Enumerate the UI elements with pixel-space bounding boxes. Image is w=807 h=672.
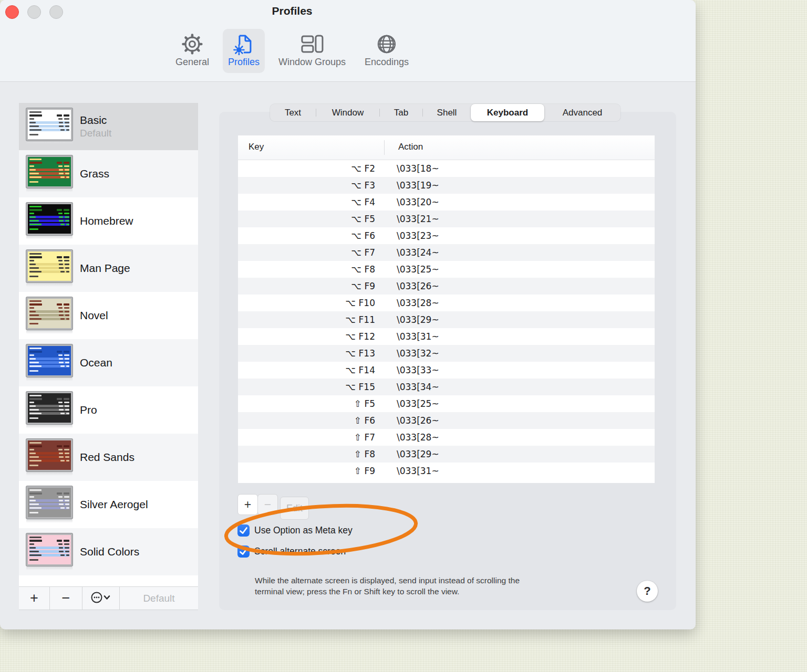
toolbar-item-encodings[interactable]: Encodings — [359, 29, 414, 73]
key-mapping-row[interactable]: ⌥ F9 \033[26~ — [238, 278, 655, 295]
key-mapping-row[interactable]: ⌥ F4 \033[20~ — [238, 194, 655, 211]
profile-item-solid-colors[interactable]: Solid Colors — [19, 528, 198, 575]
option-as-meta-label: Use Option as Meta key — [254, 525, 353, 536]
key-cell: ⇧ F9 — [238, 466, 384, 476]
remove-profile-button[interactable]: − — [50, 587, 82, 610]
profile-item-novel[interactable]: Novel — [19, 292, 198, 339]
key-mapping-row[interactable]: ⌥ F6 \033[23~ — [238, 227, 655, 244]
key-mapping-row[interactable]: ⌥ F2 \033[18~ — [238, 160, 655, 177]
profile-name: Grass — [80, 167, 109, 180]
action-cell: \033[25~ — [384, 264, 439, 275]
profile-item-silver-aerogel[interactable]: Silver Aerogel — [19, 481, 198, 528]
remove-key-button[interactable]: − — [257, 494, 278, 515]
toolbar-item-window-groups[interactable]: Window Groups — [273, 29, 351, 73]
tab-keyboard[interactable]: Keyboard — [471, 104, 544, 121]
key-mapping-row[interactable]: ⌥ F12 \033[31~ — [238, 328, 655, 345]
profile-item-red-sands[interactable]: Red Sands — [19, 434, 198, 481]
profile-thumbnail — [26, 392, 73, 428]
help-button[interactable]: ? — [637, 581, 658, 602]
toolbar-item-label: Encodings — [365, 57, 409, 68]
key-mapping-row[interactable]: ⇧ F7 \033[28~ — [238, 429, 655, 446]
toolbar-item-label: General — [175, 57, 209, 68]
action-cell: \033[32~ — [384, 348, 439, 359]
key-mapping-row[interactable]: ⇧ F9 \033[31~ — [238, 463, 655, 479]
add-profile-button[interactable]: + — [19, 587, 50, 610]
action-cell: \033[25~ — [384, 398, 439, 409]
toolbar-item-profiles[interactable]: Profiles — [223, 29, 265, 73]
table-action-bar: + − Edit — [237, 494, 309, 520]
globe-icon — [376, 32, 397, 56]
option-as-meta-checkbox-row[interactable]: Use Option as Meta key — [237, 524, 353, 537]
edit-key-button[interactable]: Edit — [280, 497, 309, 520]
key-mapping-row[interactable]: ⌥ F5 \033[21~ — [238, 211, 655, 227]
action-cell: \033[20~ — [384, 197, 439, 207]
key-mapping-row[interactable]: ⌥ F13 \033[32~ — [238, 345, 655, 362]
desktop-background: Profiles General Profiles Window Groups — [0, 0, 807, 672]
profile-thumbnail — [26, 108, 73, 145]
profile-item-homebrew[interactable]: Homebrew — [19, 197, 198, 245]
key-mapping-row[interactable]: ⇧ F8 \033[29~ — [238, 446, 655, 463]
profile-item-basic[interactable]: Basic Default — [19, 103, 198, 150]
scroll-alternate-hint: While the alternate screen is displayed,… — [255, 575, 617, 597]
action-cell: \033[31~ — [384, 466, 439, 476]
action-cell: \033[29~ — [384, 449, 439, 459]
column-header-key: Key — [249, 142, 264, 152]
scroll-alternate-checkbox-row[interactable]: Scroll alternate screen — [237, 545, 346, 558]
key-cell: ⇧ F8 — [238, 449, 384, 459]
tab-text[interactable]: Text — [270, 104, 316, 121]
key-mapping-row[interactable]: ⇧ F6 \033[26~ — [238, 412, 655, 429]
profile-thumbnail — [26, 344, 73, 381]
key-mapping-row[interactable]: ⌥ F8 \033[25~ — [238, 261, 655, 278]
key-cell: ⌥ F3 — [238, 180, 384, 191]
default-button[interactable]: Default — [120, 587, 198, 610]
profile-thumbnail — [26, 297, 73, 334]
key-cell: ⇧ F5 — [238, 398, 384, 409]
table-body: ⌥ F2 \033[18~⌥ F3 \033[19~⌥ F4 \033[20~⌥… — [238, 160, 655, 483]
profile-item-pro[interactable]: Pro — [19, 386, 198, 434]
profile-text: Silver Aerogel — [80, 498, 148, 511]
profile-actions-menu-button[interactable] — [82, 587, 120, 610]
profile-item-ocean[interactable]: Ocean — [19, 339, 198, 386]
checkbox-checked-icon[interactable] — [237, 545, 250, 558]
key-mapping-row[interactable]: ⌥ F10 \033[28~ — [238, 295, 655, 311]
column-divider — [384, 140, 385, 155]
key-cell: ⌥ F6 — [238, 230, 384, 241]
key-mapping-row[interactable]: ⌥ F14 \033[33~ — [238, 362, 655, 379]
profile-name: Ocean — [80, 356, 112, 369]
checkbox-checked-icon[interactable] — [237, 524, 250, 537]
key-mapping-row[interactable]: ⇧ F5 \033[25~ — [238, 395, 655, 412]
profile-list: Basic Default Grass Homeb — [19, 103, 198, 586]
tab-window[interactable]: Window — [316, 104, 379, 121]
key-cell: ⌥ F4 — [238, 197, 384, 207]
profile-text: Red Sands — [80, 451, 134, 464]
profile-text: Pro — [80, 404, 97, 416]
profile-name: Man Page — [80, 262, 130, 275]
key-cell: ⇧ F6 — [238, 415, 384, 426]
key-mapping-row[interactable]: ⌥ F3 \033[19~ — [238, 177, 655, 194]
action-cell: \033[26~ — [384, 415, 439, 426]
action-cell: \033[28~ — [384, 298, 439, 308]
key-mapping-row[interactable]: ⌥ F7 \033[24~ — [238, 244, 655, 261]
key-cell: ⇧ F7 — [238, 432, 384, 443]
profile-item-man-page[interactable]: Man Page — [19, 245, 198, 292]
key-mapping-row[interactable]: ⌥ F11 \033[29~ — [238, 311, 655, 328]
key-cell: ⌥ F5 — [238, 214, 384, 224]
profiles-sidebar: Basic Default Grass Homeb — [19, 103, 198, 610]
key-cell: ⌥ F13 — [238, 348, 384, 359]
key-mapping-row[interactable]: ⌥ F15 \033[34~ — [238, 379, 655, 395]
action-cell: \033[24~ — [384, 247, 439, 258]
profile-thumbnail — [26, 155, 73, 192]
sidebar-action-bar: + − Default — [19, 586, 198, 610]
add-key-button[interactable]: + — [237, 494, 258, 515]
tab-advanced[interactable]: Advanced — [544, 104, 620, 121]
toolbar-item-label: Profiles — [228, 57, 260, 68]
toolbar-item-general[interactable]: General — [170, 29, 214, 73]
profile-name: Novel — [80, 309, 108, 322]
preferences-window: Profiles General Profiles Window Groups — [0, 0, 696, 629]
key-cell: ⌥ F12 — [238, 331, 384, 342]
action-cell: \033[26~ — [384, 281, 439, 291]
action-cell: \033[31~ — [384, 331, 439, 342]
tab-shell[interactable]: Shell — [423, 104, 471, 121]
tab-tab[interactable]: Tab — [380, 104, 422, 121]
profile-item-grass[interactable]: Grass — [19, 150, 198, 197]
